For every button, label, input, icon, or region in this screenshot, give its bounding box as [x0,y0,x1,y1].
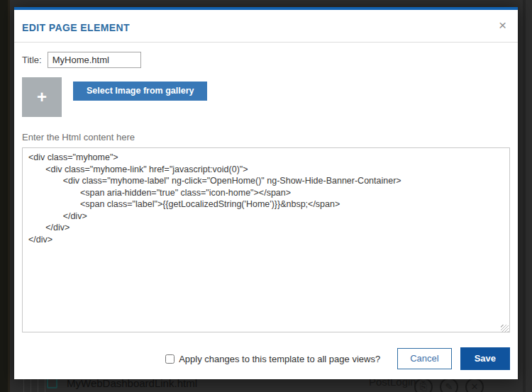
html-content-wrap: <div class="myhome"> <div class="myhome-… [22,147,510,335]
close-icon[interactable]: × [499,18,506,32]
delete-icon[interactable]: ✕ [465,378,484,392]
background-right-accent-line [523,0,526,392]
select-image-button[interactable]: Select Image from gallery [73,82,207,101]
cancel-button[interactable]: Cancel [397,348,451,369]
dialog-body: Title: + Select Image from gallery Enter… [14,52,518,335]
background-left-strip [0,0,8,392]
title-label: Title: [22,55,42,65]
apply-to-all-checkbox[interactable] [165,354,174,364]
plus-icon: + [37,87,47,107]
background-left-accent-line [8,0,10,392]
dialog-footer: Apply changes to this template to all pa… [165,347,510,370]
dialog-header: EDIT PAGE ELEMENT × [14,10,518,42]
header-divider [14,42,518,43]
title-input[interactable] [48,52,141,68]
dialog-title: EDIT PAGE ELEMENT [22,22,130,33]
image-row: + Select Image from gallery [22,77,510,117]
copy-icon[interactable]: ⎘ [414,378,433,392]
apply-to-all-label: Apply changes to this template to all pa… [179,354,380,364]
edit-icon[interactable]: ✎ [440,378,458,392]
title-row: Title: [22,52,510,68]
edit-page-element-dialog: EDIT PAGE ELEMENT × Title: + Select Imag… [14,7,518,379]
html-content-label: Enter the Html content here [22,132,510,142]
html-content-textarea[interactable]: <div class="myhome"> <div class="myhome-… [22,147,510,332]
file-row-checkbox[interactable] [47,378,57,388]
save-button[interactable]: Save [460,347,510,370]
add-image-tile[interactable]: + [22,77,62,117]
